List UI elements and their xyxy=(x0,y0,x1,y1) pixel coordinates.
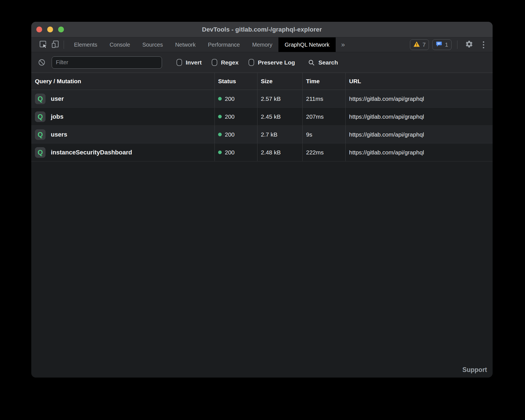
tabbar-right-controls: 7 1 xyxy=(410,37,493,52)
request-time: 222ms xyxy=(302,144,345,161)
table-row[interactable]: Q user 200 2.57 kB 211ms https://gitlab.… xyxy=(31,90,493,108)
query-name: users xyxy=(51,131,67,138)
traffic-lights xyxy=(36,22,64,37)
status-code: 200 xyxy=(225,131,235,138)
table-row[interactable]: Q jobs 200 2.45 kB 207ms https://gitlab.… xyxy=(31,108,493,126)
column-header-size[interactable]: Size xyxy=(257,73,302,90)
tab-performance[interactable]: Performance xyxy=(202,37,246,52)
filter-input[interactable] xyxy=(52,56,162,69)
warning-count: 7 xyxy=(423,41,426,48)
regex-checkbox[interactable] xyxy=(212,59,217,66)
request-size: 2.45 kB xyxy=(257,108,302,125)
status-code: 200 xyxy=(225,149,235,156)
request-time: 9s xyxy=(302,126,345,143)
tab-graphql-network[interactable]: GraphQL Network xyxy=(278,37,335,52)
request-size: 2.7 kB xyxy=(257,126,302,143)
more-options-button[interactable] xyxy=(479,40,488,50)
issues-badge[interactable]: 1 xyxy=(432,39,452,50)
search-button[interactable]: Search xyxy=(308,59,338,66)
right-controls-divider xyxy=(457,40,457,49)
request-url: https://gitlab.com/api/graphql xyxy=(345,126,493,143)
column-header-status[interactable]: Status xyxy=(214,73,257,90)
tab-sources[interactable]: Sources xyxy=(136,37,169,52)
settings-button[interactable] xyxy=(463,37,475,52)
tab-memory[interactable]: Memory xyxy=(246,37,278,52)
search-icon xyxy=(308,59,315,66)
inspect-element-button[interactable] xyxy=(37,37,49,52)
device-toolbar-button[interactable] xyxy=(49,37,61,52)
preserve-log-label: Preserve Log xyxy=(258,59,295,66)
devtools-tabbar: Elements Console Sources Network Perform… xyxy=(31,37,493,52)
more-tabs-button[interactable]: » xyxy=(336,37,350,52)
inspect-icon xyxy=(39,40,47,49)
query-type-badge: Q xyxy=(35,111,46,122)
issue-count: 1 xyxy=(445,41,448,48)
window-title: DevTools - gitlab.com/-/graphql-explorer xyxy=(202,26,322,33)
query-name: jobs xyxy=(51,113,63,120)
query-type-badge: Q xyxy=(35,147,46,158)
request-url: https://gitlab.com/api/graphql xyxy=(345,108,493,125)
query-name: instanceSecurityDashboard xyxy=(51,149,132,156)
network-filter-bar: Invert Regex Preserve Log Search xyxy=(31,52,493,73)
query-type-badge: Q xyxy=(35,129,46,140)
preserve-log-checkbox[interactable] xyxy=(249,59,254,66)
request-url: https://gitlab.com/api/graphql xyxy=(345,90,493,108)
status-ok-dot xyxy=(218,151,222,154)
invert-label: Invert xyxy=(186,59,202,66)
invert-checkbox[interactable] xyxy=(176,59,182,66)
query-name: user xyxy=(51,95,64,102)
request-time: 211ms xyxy=(302,90,345,108)
devtools-window: DevTools - gitlab.com/-/graphql-explorer xyxy=(31,22,493,378)
column-header-time[interactable]: Time xyxy=(302,73,345,90)
gear-icon xyxy=(465,40,473,49)
status-code: 200 xyxy=(225,113,235,120)
query-type-badge: Q xyxy=(35,94,46,104)
status-ok-dot xyxy=(218,115,222,118)
block-icon[interactable] xyxy=(38,59,46,66)
search-label: Search xyxy=(318,59,338,66)
chevron-double-right-icon: » xyxy=(341,41,345,49)
regex-checkbox-group[interactable]: Regex xyxy=(212,59,238,66)
tab-elements[interactable]: Elements xyxy=(68,37,103,52)
preserve-log-checkbox-group[interactable]: Preserve Log xyxy=(249,59,295,66)
device-toolbar-icon xyxy=(51,40,59,49)
message-icon xyxy=(436,41,442,49)
support-link[interactable]: Support xyxy=(462,366,487,374)
requests-table: Query / Mutation Status Size Time URL Q … xyxy=(31,73,493,161)
table-row[interactable]: Q instanceSecurityDashboard 200 2.48 kB … xyxy=(31,144,493,161)
table-header-row: Query / Mutation Status Size Time URL xyxy=(31,73,493,90)
tab-network[interactable]: Network xyxy=(169,37,202,52)
tabbar-left-tools xyxy=(31,37,66,52)
minimize-window-button[interactable] xyxy=(47,27,53,32)
warning-icon xyxy=(413,41,420,48)
screen-background: DevTools - gitlab.com/-/graphql-explorer xyxy=(0,0,525,420)
status-code: 200 xyxy=(225,96,235,102)
tab-console[interactable]: Console xyxy=(103,37,136,52)
column-header-url[interactable]: URL xyxy=(345,73,493,90)
status-ok-dot xyxy=(218,133,222,136)
warnings-badge[interactable]: 7 xyxy=(410,39,429,50)
request-time: 207ms xyxy=(302,108,345,125)
request-url: https://gitlab.com/api/graphql xyxy=(345,144,493,161)
close-window-button[interactable] xyxy=(36,27,42,32)
fullscreen-window-button[interactable] xyxy=(58,27,64,32)
column-header-query-mutation[interactable]: Query / Mutation xyxy=(31,73,214,90)
table-row[interactable]: Q users 200 2.7 kB 9s https://gitlab.com… xyxy=(31,126,493,144)
toolbar-divider xyxy=(64,40,64,49)
status-ok-dot xyxy=(218,97,222,101)
kebab-menu-icon xyxy=(483,41,484,43)
request-size: 2.48 kB xyxy=(257,144,302,161)
request-size: 2.57 kB xyxy=(257,90,302,108)
regex-label: Regex xyxy=(221,59,238,66)
invert-checkbox-group[interactable]: Invert xyxy=(176,59,202,66)
window-titlebar: DevTools - gitlab.com/-/graphql-explorer xyxy=(31,22,493,37)
panel-tabs: Elements Console Sources Network Perform… xyxy=(68,37,350,52)
